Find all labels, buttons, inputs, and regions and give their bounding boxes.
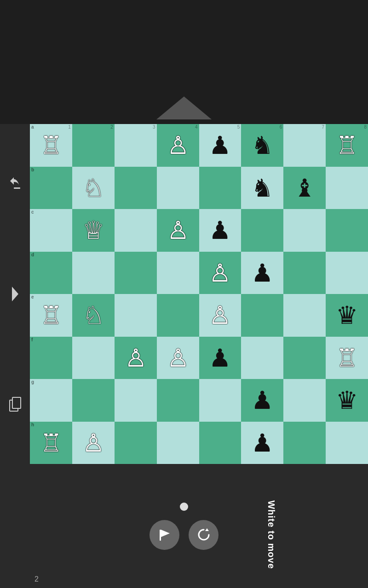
cell-h7[interactable]: [283, 422, 326, 464]
cell-b4[interactable]: [157, 167, 199, 209]
cell-b1[interactable]: b: [30, 167, 72, 209]
piece-WP-f4: ♙: [167, 345, 189, 370]
cell-b6[interactable]: ♞: [241, 167, 283, 209]
piece-WK-e2: ♘: [82, 303, 104, 328]
cell-a4[interactable]: 4♙: [157, 124, 199, 167]
top-area: [0, 0, 368, 124]
cell-d8[interactable]: [326, 252, 368, 294]
svg-rect-4: [160, 530, 161, 541]
cell-c3[interactable]: [115, 209, 157, 252]
cell-e3[interactable]: [115, 294, 157, 337]
piece-BQ-g8: ♛: [336, 388, 358, 413]
piece-WR-h1: ♖: [40, 430, 62, 455]
piece-WP-e5: ♙: [209, 303, 231, 328]
cell-b2[interactable]: ♘: [72, 167, 115, 209]
turn-number: 2: [34, 575, 39, 583]
piece-WR-f8: ♖: [336, 345, 358, 370]
cell-e4[interactable]: [157, 294, 199, 337]
forward-button[interactable]: [6, 283, 24, 305]
cell-e5[interactable]: ♙: [199, 294, 242, 337]
cell-f5[interactable]: ♟: [199, 337, 242, 379]
chess-board-container: a1♖234♙5♟6♞78♖b♘♞♝c♕♙♟d♙♟e♖♘♙♛f♙♙♟♖g♟♛h♖…: [30, 124, 368, 464]
cell-g4[interactable]: [157, 379, 199, 422]
cell-f4[interactable]: ♙: [157, 337, 199, 379]
flag-button[interactable]: [150, 520, 179, 550]
piece-WP-f3: ♙: [125, 345, 147, 370]
turn-dot: [180, 503, 188, 511]
piece-BQ-e8: ♛: [336, 303, 358, 328]
cell-b3[interactable]: [115, 167, 157, 209]
cell-c6[interactable]: [241, 209, 283, 252]
cell-e7[interactable]: [283, 294, 326, 337]
cell-c8[interactable]: [326, 209, 368, 252]
piece-WR-a1: ♖: [40, 133, 62, 158]
cell-c4[interactable]: ♙: [157, 209, 199, 252]
cell-h8[interactable]: [326, 422, 368, 464]
white-to-move-label: White to move: [266, 500, 277, 569]
cell-c1[interactable]: c: [30, 209, 72, 252]
arrow-up-icon: [156, 96, 212, 119]
cell-d4[interactable]: [157, 252, 199, 294]
cell-d3[interactable]: [115, 252, 157, 294]
cell-a7[interactable]: 7: [283, 124, 326, 167]
cell-h4[interactable]: [157, 422, 199, 464]
cell-c2[interactable]: ♕: [72, 209, 115, 252]
cell-f8[interactable]: ♖: [326, 337, 368, 379]
undo-button[interactable]: [6, 172, 24, 195]
copy-button[interactable]: [6, 393, 24, 416]
cell-h5[interactable]: [199, 422, 242, 464]
piece-WP-c4: ♙: [167, 218, 189, 243]
cell-d7[interactable]: [283, 252, 326, 294]
cell-g1[interactable]: g: [30, 379, 72, 422]
cell-e1[interactable]: e♖: [30, 294, 72, 337]
cell-f3[interactable]: ♙: [115, 337, 157, 379]
piece-BN-a6: ♞: [251, 133, 273, 158]
cell-f1[interactable]: f: [30, 337, 72, 379]
cell-b8[interactable]: [326, 167, 368, 209]
cell-h6[interactable]: ♟: [241, 422, 283, 464]
piece-BP-g6: ♟: [251, 388, 273, 413]
chess-board[interactable]: a1♖234♙5♟6♞78♖b♘♞♝c♕♙♟d♙♟e♖♘♙♛f♙♙♟♖g♟♛h♖…: [30, 124, 368, 464]
cell-h2[interactable]: ♙: [72, 422, 115, 464]
cell-a1[interactable]: a1♖: [30, 124, 72, 167]
cell-b7[interactable]: ♝: [283, 167, 326, 209]
cell-a8[interactable]: 8♖: [326, 124, 368, 167]
cell-c7[interactable]: [283, 209, 326, 252]
cell-a2[interactable]: 2: [72, 124, 115, 167]
cell-e6[interactable]: [241, 294, 283, 337]
cell-a3[interactable]: 3: [115, 124, 157, 167]
cell-g7[interactable]: [283, 379, 326, 422]
piece-BB-b7: ♝: [293, 175, 316, 200]
cell-g3[interactable]: [115, 379, 157, 422]
cell-f2[interactable]: [72, 337, 115, 379]
cell-g2[interactable]: [72, 379, 115, 422]
svg-marker-6: [205, 528, 209, 531]
piece-BP-h6: ♟: [251, 430, 273, 455]
cell-d2[interactable]: [72, 252, 115, 294]
piece-WR-e1: ♖: [40, 303, 62, 328]
bottom-controls: White to move: [150, 520, 218, 550]
piece-BP-a5: ♟: [209, 133, 231, 158]
piece-WP-a4: ♙: [167, 133, 189, 158]
cell-h1[interactable]: h♖: [30, 422, 72, 464]
cell-e2[interactable]: ♘: [72, 294, 115, 337]
svg-marker-1: [12, 287, 18, 301]
reset-button[interactable]: [189, 520, 218, 550]
cell-f6[interactable]: [241, 337, 283, 379]
cell-b5[interactable]: [199, 167, 242, 209]
cell-f7[interactable]: [283, 337, 326, 379]
cell-e8[interactable]: ♛: [326, 294, 368, 337]
cell-d6[interactable]: ♟: [241, 252, 283, 294]
cell-a6[interactable]: 6♞: [241, 124, 283, 167]
bottom-area: White to move 2: [0, 464, 368, 588]
cell-g6[interactable]: ♟: [241, 379, 283, 422]
cell-c5[interactable]: ♟: [199, 209, 242, 252]
cell-d1[interactable]: d: [30, 252, 72, 294]
cell-a5[interactable]: 5♟: [199, 124, 242, 167]
cell-g5[interactable]: [199, 379, 242, 422]
piece-BP-c5: ♟: [209, 218, 231, 243]
cell-d5[interactable]: ♙: [199, 252, 242, 294]
cell-h3[interactable]: [115, 422, 157, 464]
cell-g8[interactable]: ♛: [326, 379, 368, 422]
svg-rect-0: [14, 187, 20, 189]
